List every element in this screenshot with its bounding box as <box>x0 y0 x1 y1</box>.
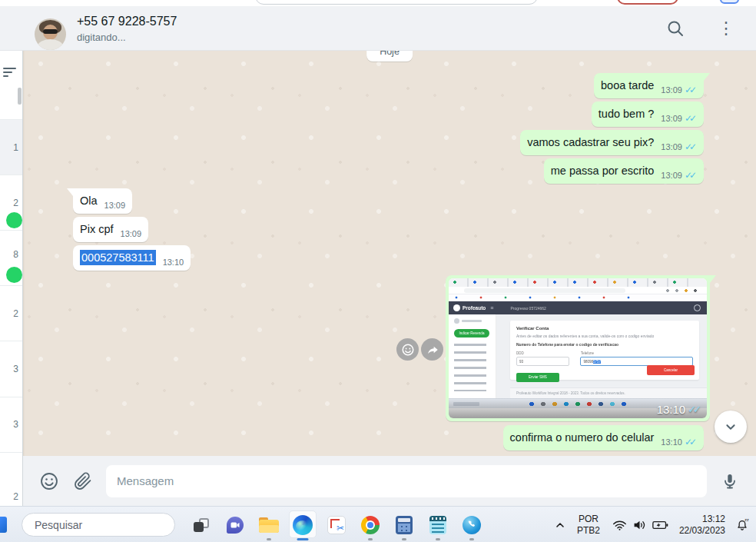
wifi-icon <box>612 519 627 531</box>
chat-row-time-fragment[interactable]: 8 <box>13 249 18 260</box>
svg-text:zz: zz <box>744 517 749 522</box>
running-indicator <box>436 538 440 540</box>
file-explorer-button[interactable] <box>252 507 286 542</box>
read-receipt-icon: ✓✓ <box>685 437 697 447</box>
message-input[interactable] <box>106 465 707 497</box>
file-explorer-icon <box>259 517 279 533</box>
shot-red-button: Cancelar <box>647 365 695 375</box>
read-receipt-icon: ✓✓ <box>685 113 697 124</box>
shot-app-logo <box>453 304 460 311</box>
taskbar-search[interactable] <box>22 513 175 537</box>
message-bubble-outgoing[interactable]: confirma o numero do celular 13:10✓✓ <box>503 425 704 451</box>
avatar-shirt <box>38 39 63 50</box>
message-bubble-incoming[interactable]: Pix cpf 13:09 <box>73 217 148 242</box>
message-time: 13:09 <box>104 200 126 211</box>
browser-top-sliver <box>0 0 756 6</box>
shot-sidebar-user <box>454 318 496 324</box>
shot-bold-line: Numero do Telefone para enviar o codigo … <box>516 342 693 347</box>
shot-phone-text: 98098 <box>583 360 593 364</box>
contact-name: +55 67 9228-5757 <box>77 15 177 28</box>
read-receipt-icon: ✓✓ <box>688 404 701 415</box>
calculator-button[interactable] <box>387 507 421 542</box>
whatsapp-button[interactable] <box>455 507 489 542</box>
chrome-button[interactable] <box>353 507 387 542</box>
message-time: 13:10 <box>163 257 184 268</box>
chat-row-time-fragment[interactable]: 1 <box>13 142 18 153</box>
search-in-chat-button[interactable] <box>661 14 690 43</box>
calculator-icon <box>396 516 413 534</box>
message-text: vamos cadastrar seu pix? <box>527 135 654 150</box>
edge-button[interactable] <box>286 507 320 542</box>
chat-list-scrollbar[interactable] <box>18 88 22 105</box>
battery-charging-icon <box>652 519 668 531</box>
message-bubble-incoming[interactable]: 000527583111 13:10 <box>73 245 191 271</box>
browser-omnibox-fragment <box>255 0 538 5</box>
shot-green-button: Enviar SMS <box>516 373 559 382</box>
quick-settings[interactable] <box>612 519 668 531</box>
forward-message-button[interactable] <box>421 338 443 361</box>
scroll-to-bottom-button[interactable] <box>715 411 747 443</box>
message-bubble-incoming[interactable]: Ola 13:09 <box>73 188 132 214</box>
attach-file-button[interactable] <box>72 471 94 492</box>
chat-header: +55 67 9228-5757 digitando... ⋮ <box>0 6 756 51</box>
notepad-button[interactable] <box>421 507 455 542</box>
chat-row-time-fragment[interactable]: 2 <box>13 308 18 319</box>
chat-row-time-fragment[interactable]: 2 <box>13 198 18 208</box>
shot-navbar-text: Progresso 05724662 <box>510 306 545 311</box>
task-view-button[interactable] <box>184 507 218 542</box>
tray-overflow-chevron-icon[interactable] <box>554 519 566 531</box>
image-message-bubble[interactable]: Profeauto ≡ Progresso 05724662 Indicar R… <box>446 275 710 421</box>
shot-input-ddd: 93 <box>516 357 569 366</box>
unread-badge <box>6 267 22 283</box>
chat-row-time-fragment[interactable]: 3 <box>13 364 18 374</box>
contact-avatar[interactable] <box>35 18 66 50</box>
message-text: Pix cpf <box>80 221 114 237</box>
message-bubble-outgoing[interactable]: vamos cadastrar seu pix? 13:09✓✓ <box>520 130 704 155</box>
chat-image[interactable]: Profeauto ≡ Progresso 05724662 Indicar R… <box>449 278 707 418</box>
message-bubble-outgoing[interactable]: tudo bem ? 13:09✓✓ <box>592 101 704 127</box>
clock-date[interactable]: 13:12 22/03/2023 <box>679 514 725 537</box>
contact-info[interactable]: +55 67 9228-5757 digitando... <box>77 15 177 43</box>
chat-menu-button[interactable]: ⋮ <box>711 14 741 43</box>
message-time: 13:10 <box>661 437 682 447</box>
running-indicator <box>402 538 406 540</box>
start-button-fragment[interactable] <box>0 517 7 533</box>
shot-url-pill <box>464 288 625 293</box>
chat-list-selected-row[interactable] <box>0 119 22 175</box>
read-receipt-icon: ✓✓ <box>685 141 697 152</box>
shot-bookmarks-bar <box>449 294 707 301</box>
filter-chats-icon[interactable] <box>3 68 16 79</box>
keyboard-layout: PTB2 <box>577 525 600 537</box>
volume-icon <box>632 519 647 531</box>
shot-browser-tabs <box>449 278 707 287</box>
date-separator: Hoje <box>366 51 413 62</box>
shot-page-body: Indicar Revenda Verificar Conta Antes de… <box>449 314 707 398</box>
message-bubble-outgoing[interactable]: booa tarde 13:09✓✓ <box>594 73 704 98</box>
message-text: confirma o numero do celular <box>510 430 655 445</box>
microphone-icon <box>721 472 739 490</box>
message-bubble-outgoing[interactable]: me passa por escrito 13:09✓✓ <box>544 158 704 184</box>
snipping-tool-icon: ✂ <box>327 516 346 534</box>
teams-chat-button[interactable] <box>218 507 252 542</box>
edge-icon <box>293 515 313 535</box>
conversation-panel: Hoje booa tarde 13:09✓✓ tudo bem ? 13:09… <box>23 51 756 456</box>
message-composer <box>23 456 756 506</box>
voice-message-button[interactable] <box>719 471 741 492</box>
chrome-icon <box>361 516 380 534</box>
snipping-tool-button[interactable]: ✂ <box>320 507 353 542</box>
chat-row-time-fragment[interactable]: 3 <box>13 419 18 430</box>
language-indicator[interactable]: POR PTB2 <box>577 514 600 537</box>
tray-date: 22/03/2023 <box>679 525 725 537</box>
focus-assist-bell-icon[interactable]: zz <box>734 517 750 533</box>
message-time: 13:09 <box>661 113 682 124</box>
emoji-picker-button[interactable] <box>38 471 60 492</box>
shot-paragraph: Antes de editar os dados referentes a su… <box>516 334 693 338</box>
shot-phone-selected-text: 5757 <box>593 360 601 364</box>
react-emoji-button[interactable] <box>396 338 419 361</box>
unread-badge <box>6 212 22 228</box>
shot-brand-name: Profeauto <box>463 305 486 311</box>
chat-row-time-fragment[interactable]: 2 <box>13 491 18 502</box>
row-divider <box>0 119 22 120</box>
system-tray: POR PTB2 13:12 22/03/2023 zz <box>554 507 751 542</box>
taskbar-search-input[interactable] <box>35 519 174 531</box>
